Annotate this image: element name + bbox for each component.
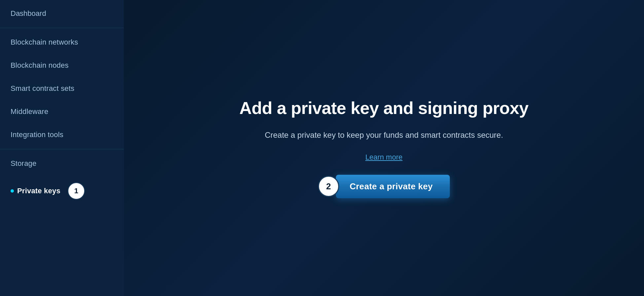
sidebar: Dashboard Blockchain networks Blockchain…	[0, 0, 124, 296]
sidebar-item-middleware[interactable]: Middleware	[0, 100, 124, 123]
learn-more-link[interactable]: Learn more	[365, 153, 403, 162]
main-content: Add a private key and signing proxy Crea…	[124, 0, 644, 296]
main-inner: Add a private key and signing proxy Crea…	[239, 98, 528, 198]
page-subtitle: Create a private key to keep your funds …	[265, 129, 503, 141]
create-btn-wrapper: 2 Create a private key	[318, 175, 450, 198]
sidebar-item-blockchain-nodes[interactable]: Blockchain nodes	[0, 54, 124, 77]
active-dot-indicator	[11, 189, 14, 193]
sidebar-item-dashboard[interactable]: Dashboard	[0, 0, 124, 25]
sidebar-item-smart-contract-sets[interactable]: Smart contract sets	[0, 77, 124, 100]
sidebar-item-blockchain-networks[interactable]: Blockchain networks	[0, 31, 124, 54]
private-keys-label: Private keys	[17, 187, 60, 195]
sidebar-divider-top	[0, 28, 124, 28]
sidebar-divider-bottom	[0, 149, 124, 149]
create-private-key-button[interactable]: Create a private key	[336, 175, 450, 198]
step-badge-1: 1	[68, 182, 85, 200]
step-badge-2: 2	[318, 176, 339, 197]
sidebar-item-private-keys[interactable]: Private keys 1	[0, 175, 124, 207]
sidebar-item-storage[interactable]: Storage	[0, 152, 124, 175]
page-title: Add a private key and signing proxy	[239, 98, 528, 118]
sidebar-item-integration-tools[interactable]: Integration tools	[0, 123, 124, 146]
